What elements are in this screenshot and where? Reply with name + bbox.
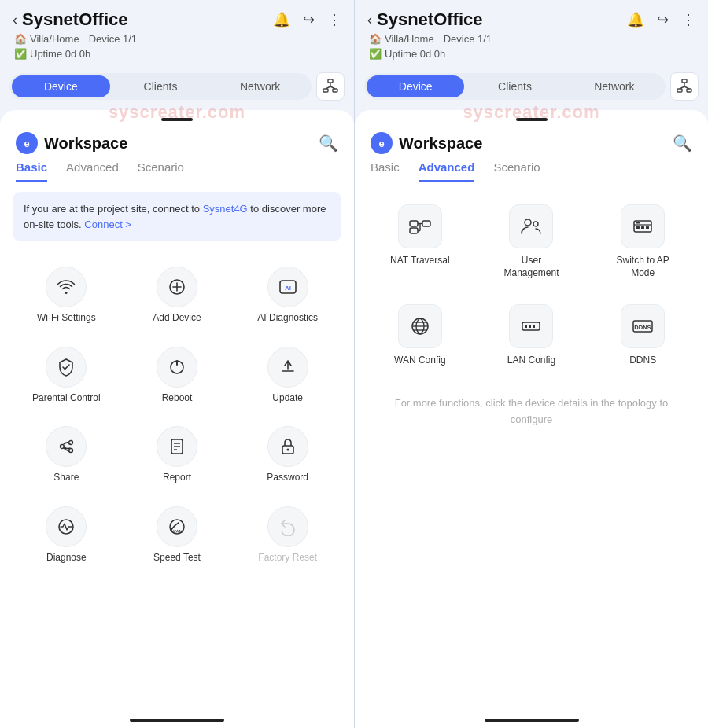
adv-user-mgmt[interactable]: UserManagement bbox=[479, 195, 584, 289]
right-subtab-scenario[interactable]: Scenario bbox=[493, 160, 540, 182]
sub-tab-bar: Basic Advanced Scenario bbox=[0, 157, 354, 182]
action-ai-diagnostics[interactable]: AI AI Diagnostics bbox=[234, 257, 341, 334]
action-reboot-label: Reboot bbox=[162, 392, 193, 405]
banner-link1[interactable]: Sysnet4G bbox=[203, 203, 248, 215]
svg-rect-41 bbox=[636, 226, 640, 229]
info-banner: If you are at the project site, connect … bbox=[13, 192, 341, 241]
right-tab-device[interactable]: Device bbox=[367, 75, 464, 97]
right-tab-network[interactable]: Network bbox=[566, 75, 663, 97]
action-add-device[interactable]: Add Device bbox=[124, 257, 231, 334]
svg-line-29 bbox=[680, 86, 684, 89]
action-wifi-label: Wi-Fi Settings bbox=[37, 312, 96, 325]
adv-nat[interactable]: NAT Traversal bbox=[367, 195, 473, 289]
svg-line-30 bbox=[684, 86, 689, 89]
share-icon[interactable]: ↪ bbox=[303, 11, 315, 28]
action-password[interactable]: Password bbox=[234, 417, 341, 494]
nat-label: NAT Traversal bbox=[390, 255, 450, 267]
svg-rect-1 bbox=[323, 89, 328, 92]
action-update[interactable]: Update bbox=[234, 337, 341, 414]
tab-device[interactable]: Device bbox=[12, 75, 110, 97]
svg-rect-32 bbox=[422, 221, 430, 226]
action-diagnose-label: Diagnose bbox=[46, 552, 87, 564]
action-diagnose[interactable]: Diagnose bbox=[13, 497, 120, 574]
parental-icon bbox=[46, 347, 87, 388]
bottom-indicator bbox=[130, 719, 224, 722]
advanced-grid: NAT Traversal UserManagement bbox=[355, 182, 708, 380]
subtab-advanced[interactable]: Advanced bbox=[66, 160, 119, 182]
svg-rect-2 bbox=[333, 89, 337, 92]
svg-point-38 bbox=[533, 222, 538, 226]
action-factory-reset[interactable]: Factory Reset bbox=[234, 497, 341, 574]
home-icon: 🏠 bbox=[14, 33, 27, 45]
subtab-scenario[interactable]: Scenario bbox=[138, 160, 184, 182]
action-parental[interactable]: Parental Control bbox=[13, 337, 120, 414]
wan-icon bbox=[398, 304, 442, 348]
adv-lan[interactable]: LAN Config bbox=[479, 295, 584, 377]
action-wifi[interactable]: Wi-Fi Settings bbox=[13, 257, 120, 334]
right-notification-icon[interactable]: 🔔 bbox=[627, 11, 644, 28]
wan-label: WAN Config bbox=[394, 355, 446, 367]
right-main-tab-bar: Device Clients Network bbox=[364, 73, 666, 100]
right-location-text: Villa/Home bbox=[385, 33, 434, 45]
right-subtab-advanced[interactable]: Advanced bbox=[419, 160, 475, 182]
svg-point-37 bbox=[525, 219, 531, 226]
ap-mode-icon bbox=[621, 204, 665, 248]
adv-ap-mode[interactable]: Switch to APMode bbox=[590, 195, 695, 289]
action-grid: Wi-Fi Settings Add Device AI bbox=[0, 251, 354, 579]
svg-line-4 bbox=[326, 86, 330, 89]
left-bottom-sheet: e Workspace 🔍 Basic Advanced Scenario If… bbox=[0, 110, 354, 728]
right-more-icon[interactable]: ⋮ bbox=[681, 11, 695, 28]
diagnose-icon bbox=[46, 506, 87, 547]
right-share-icon[interactable]: ↪ bbox=[657, 11, 669, 28]
tab-network[interactable]: Network bbox=[211, 75, 309, 97]
svg-rect-50 bbox=[525, 325, 527, 328]
right-home-icon: 🏠 bbox=[369, 33, 382, 45]
action-share[interactable]: Share bbox=[13, 417, 120, 494]
action-reboot[interactable]: Reboot bbox=[124, 337, 231, 414]
svg-rect-33 bbox=[410, 228, 418, 233]
lan-label: LAN Config bbox=[507, 355, 555, 367]
more-icon[interactable]: ⋮ bbox=[327, 11, 341, 28]
action-password-label: Password bbox=[267, 472, 308, 484]
lan-icon bbox=[509, 304, 553, 348]
right-subtab-basic[interactable]: Basic bbox=[371, 160, 400, 182]
right-topology-button[interactable] bbox=[670, 72, 699, 101]
right-search-button[interactable]: 🔍 bbox=[673, 134, 692, 153]
more-functions-text: For more functions, click the device det… bbox=[355, 380, 708, 444]
right-back-button[interactable]: ‹ bbox=[367, 12, 372, 28]
right-bottom-bar bbox=[355, 712, 708, 728]
user-mgmt-icon bbox=[509, 204, 553, 248]
action-share-label: Share bbox=[53, 472, 79, 484]
svg-rect-26 bbox=[677, 89, 682, 92]
banner-link2[interactable]: Connect > bbox=[84, 219, 131, 230]
tab-clients[interactable]: Clients bbox=[112, 75, 210, 97]
svg-point-21 bbox=[286, 449, 289, 451]
action-add-device-label: Add Device bbox=[153, 312, 201, 325]
svg-rect-0 bbox=[328, 79, 333, 83]
svg-rect-43 bbox=[646, 226, 649, 229]
action-report[interactable]: Report bbox=[124, 417, 231, 494]
add-device-icon bbox=[157, 267, 197, 307]
action-report-label: Report bbox=[163, 472, 191, 484]
right-sub-tab-bar: Basic Advanced Scenario bbox=[355, 157, 708, 182]
svg-rect-27 bbox=[687, 89, 691, 92]
uptime-text: Uptime 0d 0h bbox=[30, 48, 90, 60]
svg-rect-44 bbox=[636, 222, 640, 224]
sheet-handle bbox=[161, 118, 193, 121]
ai-icon: AI bbox=[267, 267, 308, 307]
nat-icon bbox=[398, 204, 442, 248]
svg-line-5 bbox=[330, 86, 335, 89]
topology-button[interactable] bbox=[316, 72, 345, 101]
svg-rect-42 bbox=[641, 226, 644, 229]
subtab-basic[interactable]: Basic bbox=[16, 160, 47, 182]
right-page-title: SysnetOffice bbox=[377, 9, 483, 30]
notification-icon[interactable]: 🔔 bbox=[273, 11, 290, 28]
right-tab-clients[interactable]: Clients bbox=[466, 75, 563, 97]
action-speed-test[interactable]: WAN Speed Test bbox=[124, 497, 231, 574]
adv-ddns[interactable]: DDNS DDNS bbox=[590, 295, 695, 377]
password-icon bbox=[267, 426, 308, 467]
adv-wan[interactable]: WAN Config bbox=[367, 295, 473, 377]
search-button[interactable]: 🔍 bbox=[319, 134, 338, 153]
back-button[interactable]: ‹ bbox=[13, 12, 17, 28]
action-speed-label: Speed Test bbox=[153, 552, 201, 564]
